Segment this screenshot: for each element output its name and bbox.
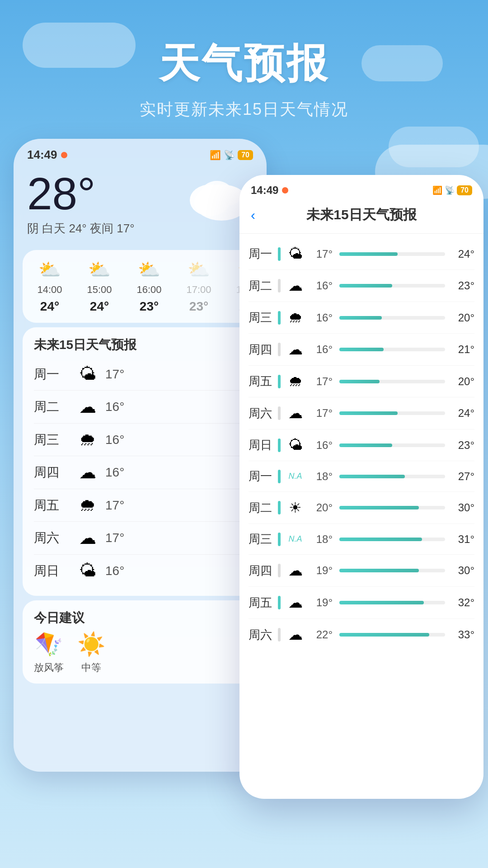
- rfd-high-0: 24°: [452, 248, 474, 260]
- rfd-high-9: 31°: [452, 533, 474, 546]
- rfd-icon-1: ☁: [285, 277, 305, 294]
- rfd-low-3: 16°: [308, 343, 333, 356]
- rfd-low-12: 22°: [308, 628, 333, 641]
- rfd-high-11: 32°: [452, 596, 474, 609]
- rfd-high-6: 23°: [452, 439, 474, 452]
- rfd-high-12: 33°: [452, 628, 474, 641]
- left-forecast-temp-4: 17°: [105, 498, 124, 513]
- rfd-day-6: 周日: [249, 437, 278, 453]
- rfd-bar-1: [339, 284, 445, 288]
- hourly-item-0: ⛅ 14:00 24°: [32, 259, 68, 314]
- rfd-bar-6: [339, 443, 445, 447]
- rfd-icon-11: ☁: [285, 594, 305, 611]
- rfd-icon-8: ☀: [285, 499, 305, 516]
- left-forecast-temp-1: 16°: [105, 400, 124, 414]
- rfd-low-4: 17°: [308, 375, 333, 388]
- hourly-time-1: 15:00: [87, 284, 112, 296]
- left-forecast-icon-3: ☁: [79, 462, 96, 482]
- rfd-day-10: 周四: [249, 563, 278, 579]
- right-header-title: 未来15日天气预报: [273, 206, 450, 224]
- hourly-icon-1: ⛅: [88, 259, 111, 280]
- rfd-low-0: 17°: [308, 248, 333, 260]
- right-alert-dot: [282, 187, 288, 193]
- left-forecast-temp-5: 17°: [105, 531, 124, 545]
- rfd-icon-2: 🌧: [285, 309, 305, 326]
- rfd-day-1: 周二: [249, 278, 278, 294]
- rfd-indicator-5: [278, 406, 281, 420]
- rfd-low-2: 16°: [308, 311, 333, 324]
- right-status-icons: 📶 📡 70: [432, 185, 472, 195]
- rfd-icon-4: 🌧: [285, 373, 305, 390]
- right-row-7: 周一 N.A 18° 27°: [249, 461, 474, 492]
- right-signal-icon: 📶: [432, 185, 442, 195]
- rfd-bar-3: [339, 348, 445, 351]
- rfd-high-8: 30°: [452, 501, 474, 514]
- rfd-high-2: 20°: [452, 311, 474, 324]
- right-wifi-icon: 📡: [445, 185, 455, 195]
- alert-dot-icon: [61, 152, 67, 158]
- rfd-low-5: 17°: [308, 407, 333, 420]
- right-phone-header: ‹ 未来15日天气预报: [239, 201, 483, 234]
- rfd-indicator-9: [278, 533, 281, 546]
- rfd-bar-2: [339, 316, 445, 320]
- left-forecast-row-6: 周日 🌤 16°: [34, 555, 246, 587]
- rfd-high-5: 24°: [452, 407, 474, 420]
- right-row-3: 周四 ☁ 16° 21°: [249, 334, 474, 366]
- phones-container: 14:49 📶 📡 70 28° 阴 白天 24° 夜间 17°: [0, 139, 488, 817]
- rfd-high-7: 27°: [452, 470, 474, 483]
- left-forecast-day-1: 周二: [34, 398, 70, 415]
- left-forecast-row-0: 周一 🌤 17°: [34, 358, 246, 391]
- rfd-bar-5: [339, 411, 445, 415]
- right-row-0: 周一 🌤 17° 24°: [249, 238, 474, 270]
- header-section: 天气预报 实时更新未来15日天气情况: [0, 0, 488, 121]
- left-forecast-day-4: 周五: [34, 497, 70, 514]
- rfd-bar-4: [339, 380, 445, 383]
- right-row-5: 周六 ☁ 17° 24°: [249, 397, 474, 429]
- left-forecast-temp-2: 16°: [105, 433, 124, 447]
- right-row-12: 周六 ☁ 22° 33°: [249, 619, 474, 651]
- rfd-indicator-3: [278, 343, 281, 356]
- right-row-10: 周四 ☁ 19° 30°: [249, 555, 474, 587]
- rfd-indicator-12: [278, 628, 281, 642]
- right-row-1: 周二 ☁ 16° 23°: [249, 270, 474, 302]
- rfd-bar-10: [339, 569, 445, 572]
- rfd-bar-fill-3: [339, 348, 384, 351]
- rfd-icon-6: 🌤: [285, 437, 305, 453]
- rfd-day-7: 周一: [249, 468, 278, 484]
- rfd-low-7: 18°: [308, 470, 333, 483]
- rfd-bar-fill-11: [339, 601, 424, 604]
- left-forecast-icon-5: ☁: [79, 528, 96, 548]
- rfd-high-4: 20°: [452, 375, 474, 388]
- rfd-indicator-10: [278, 564, 281, 577]
- left-phone: 14:49 📶 📡 70 28° 阴 白天 24° 夜间 17°: [14, 139, 267, 772]
- hourly-time-2: 16:00: [136, 284, 161, 296]
- rfd-bar-fill-0: [339, 252, 398, 256]
- rfd-day-5: 周六: [249, 406, 278, 421]
- suggestion-kite: 🪁 放风筝: [34, 631, 64, 675]
- left-forecast-icon-0: 🌤: [79, 364, 96, 384]
- left-forecast-row-2: 周三 🌧 16°: [34, 424, 246, 456]
- kite-icon: 🪁: [35, 631, 63, 657]
- left-forecast-icon-1: ☁: [79, 397, 96, 417]
- rfd-bar-fill-9: [339, 538, 422, 541]
- right-row-2: 周三 🌧 16° 20°: [249, 302, 474, 334]
- right-row-8: 周二 ☀ 20° 30°: [249, 492, 474, 524]
- right-row-6: 周日 🌤 16° 23°: [249, 429, 474, 461]
- app-subtitle: 实时更新未来15日天气情况: [0, 99, 488, 121]
- hourly-time-0: 14:00: [37, 284, 62, 296]
- rfd-icon-3: ☁: [285, 341, 305, 358]
- rfd-bar-fill-5: [339, 411, 398, 415]
- hourly-temp-3: 23°: [189, 299, 208, 314]
- rfd-indicator-6: [278, 439, 281, 452]
- rfd-icon-12: ☁: [285, 626, 305, 643]
- left-forecast-icon-4: 🌧: [79, 495, 96, 515]
- back-button[interactable]: ‹: [251, 208, 273, 223]
- hourly-icon-3: ⛅: [188, 259, 210, 280]
- rfd-indicator-1: [278, 279, 281, 292]
- suggestion-icons-container: 🪁 放风筝 ☀️ 中等: [34, 631, 246, 675]
- rfd-icon-5: ☁: [285, 405, 305, 422]
- suggestion-section: 今日建议 🪁 放风筝 ☀️ 中等: [23, 600, 258, 684]
- left-forecast-row-3: 周四 ☁ 16°: [34, 456, 246, 489]
- rfd-high-1: 23°: [452, 279, 474, 292]
- hourly-item-3: ⛅ 17:00 23°: [181, 259, 217, 314]
